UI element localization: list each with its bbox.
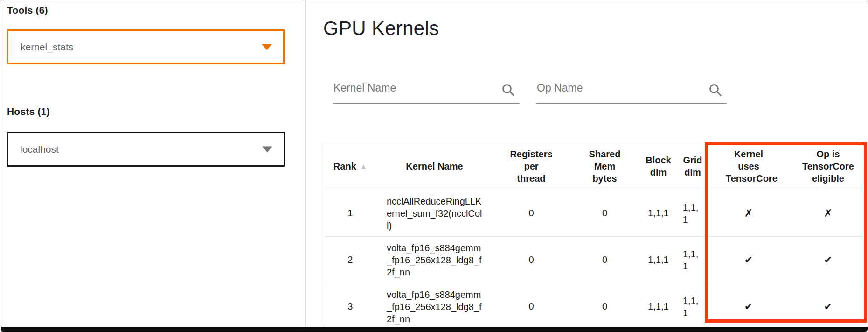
cell-kernel-name: ncclAllReduceRingLLKernel_sum_f32(ncclCo… — [376, 190, 493, 237]
dropdown-arrow-icon — [262, 44, 272, 50]
cell-rank: 2 — [324, 237, 376, 283]
cell-rank: 3 — [324, 283, 376, 327]
column-header-shared-mem-bytes[interactable]: Shared Mem bytes — [570, 142, 640, 190]
page-title: GPU Kernels — [323, 17, 439, 40]
hosts-dropdown[interactable]: localhost — [7, 132, 285, 167]
bottom-divider-bar — [1, 327, 868, 332]
op-name-filter-input[interactable] — [536, 75, 727, 103]
table-row: 1 ncclAllReduceRingLLKernel_sum_f32(nccl… — [324, 190, 868, 237]
column-header-registers-per-thread[interactable]: Registers per thread — [493, 142, 570, 190]
search-icon[interactable] — [708, 83, 723, 98]
column-header-block-dim[interactable]: Block dim — [640, 142, 677, 190]
dropdown-arrow-icon — [262, 146, 272, 152]
op-name-filter — [536, 75, 727, 104]
cell-kernel-uses-tensorcore: ✔ — [708, 237, 789, 283]
cell-op-is-tensorcore-eligible: ✗ — [789, 190, 868, 237]
column-header-op-is-tensorcore-eligible[interactable]: Op is TensorCore eligible — [789, 142, 868, 190]
cell-kernel-uses-tensorcore: ✗ — [708, 190, 789, 237]
sidebar-divider — [305, 0, 306, 327]
cell-shared-mem-bytes: 0 — [570, 237, 640, 283]
sort-ascending-icon[interactable]: ▲ — [360, 162, 367, 170]
cell-grid-dim: 1,1,1 — [677, 190, 708, 237]
kernel-name-filter — [333, 75, 520, 104]
table-row: 3 volta_fp16_s884gemm_fp16_256x128_ldg8_… — [324, 283, 868, 327]
cell-grid-dim: 1,1,1 — [677, 237, 708, 283]
table-row: 2 volta_fp16_s884gemm_fp16_256x128_ldg8_… — [324, 237, 868, 283]
cell-block-dim: 1,1,1 — [640, 283, 677, 327]
cell-registers-per-thread: 0 — [493, 190, 570, 237]
cell-shared-mem-bytes: 0 — [570, 190, 640, 237]
cell-block-dim: 1,1,1 — [640, 237, 677, 283]
cell-registers-per-thread: 0 — [493, 283, 570, 327]
cell-rank: 1 — [324, 190, 376, 237]
kernel-name-filter-input[interactable] — [333, 75, 520, 103]
cell-shared-mem-bytes: 0 — [570, 283, 640, 327]
hosts-dropdown-value: localhost — [20, 144, 59, 155]
column-header-kernel-name[interactable]: Kernel Name — [376, 142, 493, 190]
cell-op-is-tensorcore-eligible: ✔ — [789, 237, 868, 283]
cell-kernel-name: volta_fp16_s884gemm_fp16_256x128_ldg8_f2… — [376, 283, 493, 327]
column-header-kernel-uses-tensorcore[interactable]: Kernel uses TensorCore — [708, 142, 789, 190]
cell-registers-per-thread: 0 — [493, 237, 570, 283]
column-header-rank[interactable]: Rank▲ — [324, 142, 376, 190]
gpu-kernels-table: Rank▲ Kernel Name Registers per thread S… — [324, 142, 867, 327]
table-header-row: Rank▲ Kernel Name Registers per thread S… — [324, 142, 868, 190]
cell-kernel-name: volta_fp16_s884gemm_fp16_256x128_ldg8_f2… — [376, 237, 493, 283]
profiler-screen: Tools (6) kernel_stats Hosts (1) localho… — [0, 0, 868, 332]
hosts-section-label: Hosts (1) — [7, 106, 50, 117]
cell-kernel-uses-tensorcore: ✔ — [708, 283, 789, 327]
cell-grid-dim: 1,1,1 — [677, 283, 708, 327]
tools-section-label: Tools (6) — [7, 5, 48, 16]
column-header-grid-dim[interactable]: Grid dim — [677, 142, 708, 190]
search-icon[interactable] — [501, 83, 516, 98]
cell-op-is-tensorcore-eligible: ✔ — [789, 283, 868, 327]
cell-block-dim: 1,1,1 — [640, 190, 677, 237]
tools-dropdown[interactable]: kernel_stats — [7, 29, 285, 64]
tools-dropdown-value: kernel_stats — [21, 42, 73, 53]
